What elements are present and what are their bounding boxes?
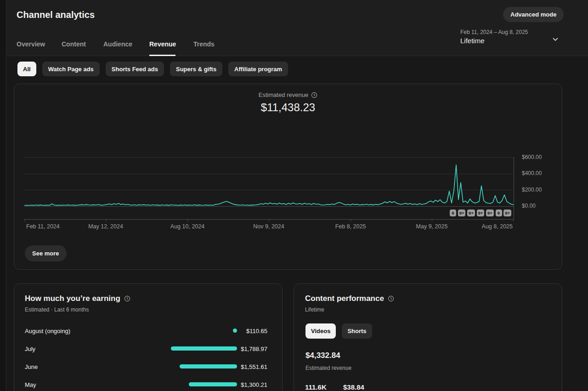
earnings-row-june[interactable]: June $1,551.61 [25, 363, 267, 371]
left-sidebar-edge [0, 0, 6, 391]
content-card-subtitle: Lifetime [305, 306, 324, 313]
earnings-card: How much you’re earning Estimated · Last… [14, 283, 283, 391]
earnings-row-august[interactable]: August (ongoing) $110.65 [25, 328, 267, 335]
chip-watch-page-ads[interactable]: Watch Page ads [42, 62, 100, 76]
earnings-bar [189, 382, 237, 386]
earnings-bar [233, 329, 237, 333]
y-tick-200: $200.00 [522, 187, 542, 193]
tab-overview[interactable]: Overview [17, 40, 45, 48]
content-stat-views: 111.6K [305, 383, 327, 391]
count-badge[interactable]: 9+ [486, 210, 494, 216]
x-tick-6: May 9, 2025 [416, 223, 448, 230]
content-performance-card: Content performance Lifetime Videos Shor… [294, 283, 562, 391]
chart-count-badges: 99+9+9+9+99+ [450, 210, 511, 216]
count-badge[interactable]: 9+ [458, 210, 466, 216]
page-title: Channel analytics [17, 10, 95, 20]
tab-trends[interactable]: Trends [193, 40, 215, 48]
count-badge[interactable]: 9 [450, 210, 456, 216]
earnings-bar [180, 364, 237, 368]
y-tick-400: $400.00 [522, 170, 542, 176]
chevron-down-icon[interactable] [551, 35, 560, 43]
header [6, 0, 588, 56]
x-tick-1: Feb 11, 2024 [26, 223, 60, 230]
y-tick-0: $0.00 [522, 203, 536, 209]
earnings-row-may[interactable]: May $1,300.21 [25, 381, 267, 389]
date-range-picker[interactable]: Feb 11, 2024 – Aug 8, 2025 Lifetime [460, 29, 528, 45]
earnings-card-subtitle: Estimated · Last 6 months [25, 306, 89, 313]
clock-icon [124, 295, 130, 302]
clock-icon [311, 92, 317, 98]
content-revenue-label: Estimated revenue [305, 365, 351, 371]
shorts-toggle-button[interactable]: Shorts [342, 323, 372, 339]
plot-right-border [514, 157, 514, 219]
advanced-mode-button[interactable]: Advanced mode [503, 7, 564, 22]
count-badge[interactable]: 9 [496, 210, 502, 216]
earnings-row-july[interactable]: July $1,788.97 [25, 346, 267, 353]
active-tab-underline [149, 55, 175, 56]
date-range-text: Feb 11, 2024 – Aug 8, 2025 [460, 29, 528, 35]
estimated-revenue-total: $11,438.23 [14, 101, 562, 114]
see-more-button[interactable]: See more [25, 245, 67, 261]
revenue-chart-card: Estimated revenue $11,438.23 $600.00 $40… [14, 84, 562, 270]
count-badge[interactable]: 9+ [467, 210, 475, 216]
revenue-filter-chips: All Watch Page ads Shorts Feed ads Super… [17, 62, 288, 76]
videos-toggle-button[interactable]: Videos [305, 323, 336, 339]
chip-shorts-feed-ads[interactable]: Shorts Feed ads [106, 62, 164, 76]
tab-revenue[interactable]: Revenue [149, 40, 176, 48]
earnings-card-title: How much you’re earning [25, 294, 120, 303]
chip-supers-gifts[interactable]: Supers & gifts [170, 62, 222, 76]
count-badge[interactable]: 9+ [503, 210, 511, 216]
x-tick-2: May 12, 2024 [88, 223, 123, 230]
metric-label: Estimated revenue [259, 91, 308, 98]
tab-audience[interactable]: Audience [103, 40, 132, 48]
date-period-label: Lifetime [460, 37, 528, 45]
content-type-toggle: Videos Shorts [305, 323, 372, 339]
revenue-line-chart[interactable] [24, 153, 514, 220]
chip-all[interactable]: All [17, 62, 36, 76]
x-tick-4: Nov 9, 2024 [253, 223, 284, 230]
x-tick-7: Aug 8, 2025 [482, 223, 513, 230]
content-stat-rpm: $38.84 [343, 383, 364, 391]
tab-content[interactable]: Content [62, 40, 86, 48]
x-tick-5: Feb 8, 2025 [335, 223, 366, 230]
content-revenue-value: $4,332.84 [305, 351, 340, 360]
y-tick-600: $600.00 [522, 154, 542, 160]
count-badge[interactable]: 9+ [477, 210, 485, 216]
earnings-bar [171, 346, 237, 351]
x-tick-3: Aug 10, 2024 [170, 223, 204, 230]
chip-affiliate-program[interactable]: Affiliate program [228, 62, 288, 76]
content-card-title: Content performance [305, 294, 384, 303]
clock-icon [388, 295, 394, 302]
